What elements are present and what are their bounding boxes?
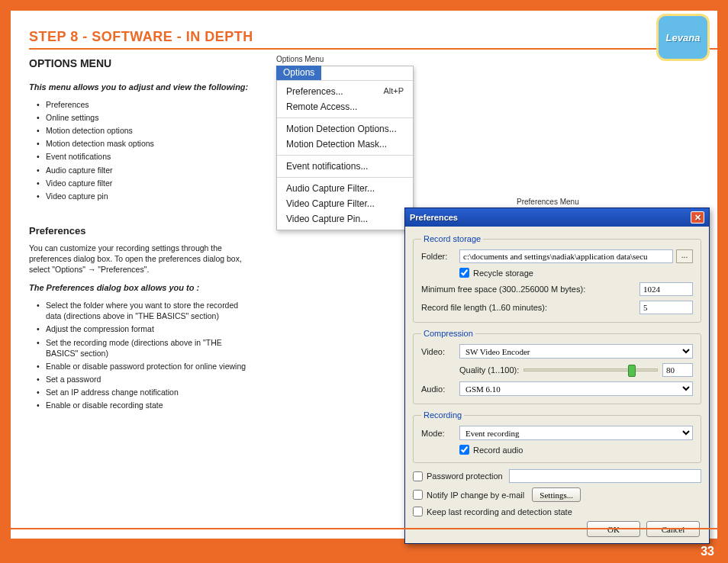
folder-input[interactable] bbox=[459, 249, 673, 263]
menu-item-label: Video Capture Filter... bbox=[286, 198, 375, 209]
page-title: STEP 8 - SOFTWARE - IN DEPTH bbox=[29, 29, 717, 45]
browse-button[interactable]: ... bbox=[676, 249, 693, 263]
menu-item-event-notifications[interactable]: Event notifications... bbox=[277, 159, 413, 174]
record-audio-checkbox[interactable]: Record audio bbox=[459, 445, 523, 455]
header-bar: STEP 8 - SOFTWARE - IN DEPTH bbox=[29, 29, 717, 50]
menu-item-label: Audio Capture Filter... bbox=[286, 183, 375, 194]
list-item: Adjust the compression format bbox=[46, 323, 250, 334]
record-audio-checkbox-input[interactable] bbox=[459, 445, 469, 455]
close-icon[interactable]: ✕ bbox=[691, 211, 704, 224]
list-item: Enable or disable recording state bbox=[46, 400, 250, 410]
options-menu-tab[interactable]: Options bbox=[276, 66, 321, 80]
group-legend: Record storage bbox=[421, 234, 483, 243]
keep-last-checkbox[interactable]: Keep last recording and detection state bbox=[413, 507, 572, 516]
recording-mode-select[interactable]: Event recording bbox=[459, 426, 693, 440]
dialog-titlebar: Preferences ✕ bbox=[405, 208, 709, 227]
list-item: Motion detection options bbox=[46, 125, 250, 136]
record-storage-group: Record storage Folder: ... Recycle stora… bbox=[413, 234, 701, 323]
dialog-title: Preferences bbox=[410, 213, 458, 222]
quality-slider[interactable] bbox=[523, 368, 658, 372]
options-intro: This menu allows you to adjust and view … bbox=[29, 82, 250, 93]
folder-label: Folder: bbox=[421, 252, 459, 261]
list-item: Event notifications bbox=[46, 151, 250, 162]
menu-item-label: Remote Access... bbox=[286, 101, 357, 112]
password-protection-checkbox-input[interactable] bbox=[413, 471, 423, 481]
group-legend: Recording bbox=[421, 410, 464, 420]
password-protection-checkbox[interactable]: Password protection bbox=[413, 471, 503, 481]
recycle-label: Recycle storage bbox=[473, 269, 533, 278]
options-menu-window: Options Preferences... Alt+P Remote Acce… bbox=[276, 66, 414, 230]
list-item: Set the recording mode (directions above… bbox=[46, 337, 250, 359]
options-menu-caption: Options Menu bbox=[276, 55, 324, 63]
menu-item-preferences[interactable]: Preferences... Alt+P bbox=[277, 84, 413, 99]
audio-codec-select[interactable]: GSM 6.10 bbox=[459, 381, 693, 396]
menu-item-remote-access[interactable]: Remote Access... bbox=[277, 99, 413, 114]
notify-ip-label: Notify IP change by e-mail bbox=[427, 491, 524, 500]
menu-item-motion-mask[interactable]: Motion Detection Mask... bbox=[277, 137, 413, 152]
menu-item-audio-filter[interactable]: Audio Capture Filter... bbox=[277, 181, 413, 196]
notify-ip-checkbox-input[interactable] bbox=[413, 490, 423, 500]
list-item: Enable or disable password protection fo… bbox=[46, 361, 250, 372]
video-label: Video: bbox=[421, 347, 459, 356]
options-bullet-list: Preferences Online settings Motion detec… bbox=[29, 99, 250, 201]
options-heading: OPTIONS MENU bbox=[29, 56, 250, 71]
left-column: OPTIONS MENU This menu allows you to adj… bbox=[29, 56, 250, 413]
footer-divider bbox=[11, 528, 717, 539]
list-item: Video capture filter bbox=[46, 178, 250, 188]
prefs-body-text: You can customize your recording setting… bbox=[29, 243, 250, 275]
list-item: Motion detection mask options bbox=[46, 138, 250, 149]
password-protection-label: Password protection bbox=[427, 471, 503, 481]
group-legend: Compression bbox=[421, 329, 475, 338]
menu-item-video-pin[interactable]: Video Capture Pin... bbox=[277, 211, 413, 227]
keep-last-checkbox-input[interactable] bbox=[413, 507, 423, 516]
list-item: Audio capture filter bbox=[46, 165, 250, 175]
mode-label: Mode: bbox=[421, 429, 459, 438]
prefs-intro: The Preferences dialog box allows you to… bbox=[29, 282, 250, 294]
audio-label: Audio: bbox=[421, 384, 459, 394]
page-number: 33 bbox=[701, 545, 714, 558]
menu-item-label: Motion Detection Mask... bbox=[286, 139, 387, 150]
password-input[interactable] bbox=[509, 469, 701, 483]
logo: Levana bbox=[656, 14, 710, 61]
recording-group: Recording Mode: Event recording Record a… bbox=[413, 410, 701, 463]
logo-text: Levana bbox=[666, 32, 701, 43]
menu-item-shortcut: Alt+P bbox=[383, 86, 404, 97]
list-item: Set an IP address change notification bbox=[46, 387, 250, 397]
list-item: Set a password bbox=[46, 374, 250, 384]
document-page: STEP 8 - SOFTWARE - IN DEPTH Levana OPTI… bbox=[11, 11, 717, 539]
prefs-menu-caption: Preferences Menu bbox=[517, 198, 579, 206]
menu-item-label: Motion Detection Options... bbox=[286, 124, 397, 134]
prefs-bullet-list: Select the folder where you want to stor… bbox=[29, 300, 250, 411]
keep-last-label: Keep last recording and detection state bbox=[427, 507, 572, 516]
notify-ip-checkbox[interactable]: Notify IP change by e-mail bbox=[413, 490, 524, 500]
settings-button[interactable]: Settings... bbox=[532, 487, 581, 502]
menu-item-label: Event notifications... bbox=[286, 161, 368, 172]
recycle-checkbox-input[interactable] bbox=[459, 268, 469, 278]
list-item: Online settings bbox=[46, 112, 250, 123]
reclen-input[interactable] bbox=[639, 301, 693, 314]
list-item: Select the folder where you want to stor… bbox=[46, 300, 250, 321]
reclen-label: Record file length (1..60 minutes): bbox=[421, 303, 639, 312]
menu-item-motion-options[interactable]: Motion Detection Options... bbox=[277, 121, 413, 137]
menu-item-label: Video Capture Pin... bbox=[286, 214, 368, 224]
prefs-heading: Preferences bbox=[29, 224, 250, 238]
slider-thumb[interactable] bbox=[628, 365, 636, 377]
preferences-dialog: Preferences ✕ Record storage Folder: ...… bbox=[404, 208, 710, 544]
list-item: Video capture pin bbox=[46, 191, 250, 201]
recycle-checkbox[interactable]: Recycle storage bbox=[459, 268, 533, 278]
menu-item-video-filter[interactable]: Video Capture Filter... bbox=[277, 196, 413, 211]
minfree-input[interactable] bbox=[639, 282, 693, 296]
compression-group: Compression Video: SW Video Encoder Qual… bbox=[413, 329, 701, 404]
quality-input[interactable] bbox=[662, 363, 693, 377]
quality-label: Quality (1..100): bbox=[459, 365, 519, 375]
menu-item-label: Preferences... bbox=[286, 86, 343, 97]
minfree-label: Minimum free space (300..256000 M bytes)… bbox=[421, 285, 639, 294]
video-encoder-select[interactable]: SW Video Encoder bbox=[459, 344, 693, 359]
record-audio-label: Record audio bbox=[473, 446, 523, 455]
list-item: Preferences bbox=[46, 99, 250, 110]
